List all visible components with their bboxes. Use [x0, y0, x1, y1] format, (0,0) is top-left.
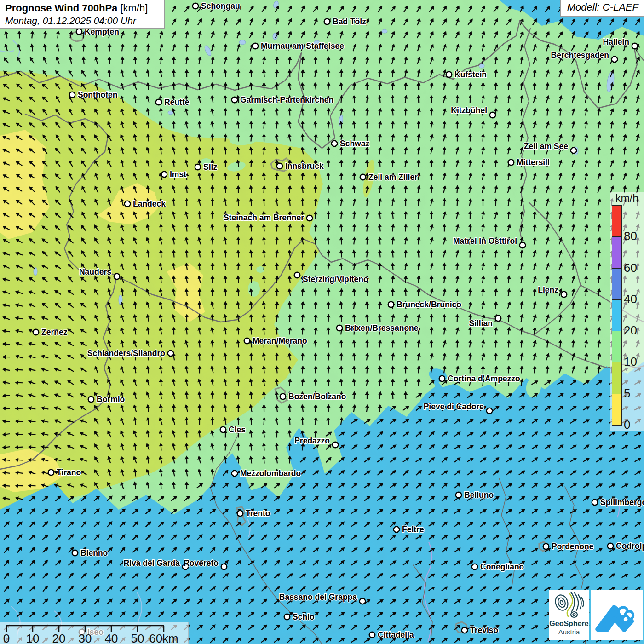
city-label: Kempten: [85, 27, 119, 36]
city-label: Cittadella: [378, 630, 414, 639]
city-dot: [168, 351, 174, 356]
legend-color-5: [612, 362, 622, 394]
city-label: Berchtesgaden: [551, 51, 609, 60]
mountain-cloud-icon: [591, 590, 643, 640]
city-dot: [571, 148, 577, 154]
city-marker: Imst: [161, 170, 186, 179]
city-label: Matrei in Osttirol: [453, 236, 517, 246]
legend: km/h 806040201050: [610, 192, 644, 431]
city-dot: [632, 43, 638, 49]
city-label: Meran/Merano: [253, 336, 307, 345]
city-dot: [360, 174, 366, 180]
city-label: Schwaz: [340, 139, 369, 148]
city-label: Riva del Garda: [123, 558, 180, 568]
city-dot: [220, 427, 226, 433]
city-label: Feltre: [402, 525, 424, 534]
city-dot: [161, 172, 167, 178]
city-dot: [253, 43, 259, 49]
city-label: Treviso: [470, 626, 498, 635]
legend-tick-label: 60: [624, 262, 637, 274]
city-dot: [114, 274, 120, 280]
city-dot: [456, 492, 462, 498]
legend-tick-label: 5: [624, 387, 630, 399]
city-label: Murnau am Staffelsee: [261, 41, 344, 51]
city-dot: [608, 543, 614, 549]
city-label: Schongau: [201, 1, 240, 11]
city-dot: [195, 164, 201, 170]
city-label: Bruneck/Brunico: [397, 300, 461, 309]
city-marker: Mezzolombardo: [232, 469, 301, 478]
legend-color-bar: [612, 205, 622, 425]
city-label: Predazzo: [294, 436, 330, 445]
city-label: Steinach am Brenner: [224, 213, 304, 222]
contour-lines-icon: [552, 590, 586, 619]
city-label: Cles: [229, 425, 246, 434]
city-label: Zell am Ziller: [368, 172, 418, 182]
city-label: Zell am See: [524, 142, 569, 151]
legend-tick-label: 80: [624, 230, 637, 242]
city-dot: [495, 316, 501, 322]
legend-unit-label: km/h: [610, 192, 644, 205]
city-label: Bassano del Grappa: [279, 592, 357, 602]
city-dot: [48, 470, 54, 476]
legend-tick-label: 20: [624, 324, 637, 336]
city-label: Pordenone: [552, 542, 594, 551]
city-dot: [221, 564, 227, 570]
city-label: Schio: [293, 612, 315, 621]
city-label: Silz: [203, 162, 217, 172]
city-label: Innsbruck: [285, 161, 324, 171]
city-dot: [72, 550, 78, 556]
city-label: Spilimbergo: [600, 498, 644, 507]
city-dot: [472, 564, 478, 570]
city-dot: [244, 338, 250, 344]
city-label: Mezzolombardo: [240, 469, 301, 478]
city-label: Bienno: [80, 548, 108, 558]
city-dot: [462, 627, 468, 633]
city-label: Sonthofen: [78, 90, 118, 99]
city-label: Imst: [170, 170, 186, 179]
legend-tick-label: 0: [624, 419, 630, 431]
city-label: Bozen/Bolzano: [288, 392, 346, 401]
city-dot: [388, 302, 394, 308]
city-label: Brixen/Bressanone: [345, 323, 419, 333]
legend-color-40: [612, 268, 622, 300]
city-dot: [237, 511, 243, 517]
city-label: Garmisch-Partenkirchen: [240, 95, 334, 104]
city-dot: [360, 598, 366, 604]
city-label: Kitzbühel: [451, 106, 487, 115]
city-dot: [439, 376, 445, 382]
scale-label: 40: [105, 632, 118, 644]
city-label: Reutte: [164, 98, 190, 107]
city-label: Kufstein: [454, 70, 487, 79]
city-dot: [69, 92, 75, 98]
scale-label: 60km: [149, 632, 178, 644]
city-dot: [337, 325, 343, 331]
city-dot: [193, 3, 199, 9]
city-label: Pieve di Cadore: [424, 402, 484, 411]
weather-map: SchongauBad TölzKemptenMurnau am Staffel…: [0, 0, 644, 644]
city-dot: [333, 442, 339, 448]
city-dot: [520, 242, 526, 248]
city-dot: [125, 201, 131, 207]
city-label: Zernez: [41, 328, 68, 337]
legend-color-60: [612, 236, 622, 268]
geosphere-org-label: GeoSphere: [549, 620, 589, 628]
city-label: Mittersill: [517, 158, 550, 167]
city-dot: [592, 500, 598, 506]
city-dot: [561, 292, 567, 298]
title-main: Prognose Wind 700hPa: [5, 2, 117, 14]
city-marker: Zell am Ziller: [360, 172, 418, 182]
city-label: Lienz: [538, 285, 558, 294]
legend-color-0: [612, 394, 622, 426]
city-marker: Steinach am Brenner: [224, 213, 312, 222]
city-dot: [307, 215, 313, 221]
city-dot: [156, 99, 162, 105]
scale-label: 50: [131, 632, 144, 644]
scale-label: 30: [79, 632, 92, 644]
city-marker: Cles: [220, 425, 246, 434]
title-box: Prognose Wind 700hPa [km/h] Montag, 01.1…: [0, 0, 165, 29]
legend-tick-label: 40: [624, 293, 637, 305]
city-marker: Garmisch-Partenkirchen: [232, 95, 334, 104]
city-marker: Bruneck/Brunico: [388, 300, 461, 309]
city-marker: Murnau am Staffelsee: [253, 41, 344, 51]
